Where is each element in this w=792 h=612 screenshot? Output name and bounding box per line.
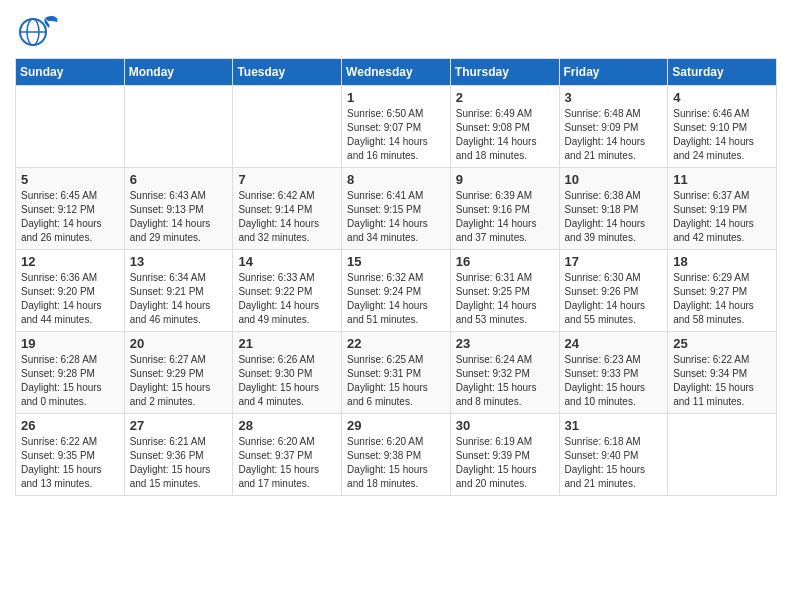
calendar-cell: 22Sunrise: 6:25 AM Sunset: 9:31 PM Dayli… — [342, 332, 451, 414]
calendar-week-row: 12Sunrise: 6:36 AM Sunset: 9:20 PM Dayli… — [16, 250, 777, 332]
calendar-cell: 28Sunrise: 6:20 AM Sunset: 9:37 PM Dayli… — [233, 414, 342, 496]
day-detail: Sunrise: 6:24 AM Sunset: 9:32 PM Dayligh… — [456, 353, 554, 409]
calendar-cell: 16Sunrise: 6:31 AM Sunset: 9:25 PM Dayli… — [450, 250, 559, 332]
day-number: 29 — [347, 418, 445, 433]
day-number: 9 — [456, 172, 554, 187]
calendar-cell — [233, 86, 342, 168]
header-sunday: Sunday — [16, 59, 125, 86]
calendar-cell — [668, 414, 777, 496]
day-number: 30 — [456, 418, 554, 433]
day-detail: Sunrise: 6:26 AM Sunset: 9:30 PM Dayligh… — [238, 353, 336, 409]
calendar-cell: 1Sunrise: 6:50 AM Sunset: 9:07 PM Daylig… — [342, 86, 451, 168]
day-number: 22 — [347, 336, 445, 351]
calendar-cell: 3Sunrise: 6:48 AM Sunset: 9:09 PM Daylig… — [559, 86, 668, 168]
day-number: 18 — [673, 254, 771, 269]
day-detail: Sunrise: 6:42 AM Sunset: 9:14 PM Dayligh… — [238, 189, 336, 245]
day-detail: Sunrise: 6:30 AM Sunset: 9:26 PM Dayligh… — [565, 271, 663, 327]
day-number: 10 — [565, 172, 663, 187]
day-detail: Sunrise: 6:27 AM Sunset: 9:29 PM Dayligh… — [130, 353, 228, 409]
day-detail: Sunrise: 6:46 AM Sunset: 9:10 PM Dayligh… — [673, 107, 771, 163]
day-detail: Sunrise: 6:32 AM Sunset: 9:24 PM Dayligh… — [347, 271, 445, 327]
day-detail: Sunrise: 6:41 AM Sunset: 9:15 PM Dayligh… — [347, 189, 445, 245]
calendar-cell: 23Sunrise: 6:24 AM Sunset: 9:32 PM Dayli… — [450, 332, 559, 414]
day-detail: Sunrise: 6:50 AM Sunset: 9:07 PM Dayligh… — [347, 107, 445, 163]
day-detail: Sunrise: 6:20 AM Sunset: 9:38 PM Dayligh… — [347, 435, 445, 491]
day-detail: Sunrise: 6:38 AM Sunset: 9:18 PM Dayligh… — [565, 189, 663, 245]
day-number: 19 — [21, 336, 119, 351]
calendar-cell: 24Sunrise: 6:23 AM Sunset: 9:33 PM Dayli… — [559, 332, 668, 414]
day-detail: Sunrise: 6:18 AM Sunset: 9:40 PM Dayligh… — [565, 435, 663, 491]
day-detail: Sunrise: 6:29 AM Sunset: 9:27 PM Dayligh… — [673, 271, 771, 327]
logo — [15, 10, 69, 50]
day-detail: Sunrise: 6:22 AM Sunset: 9:35 PM Dayligh… — [21, 435, 119, 491]
calendar-week-row: 26Sunrise: 6:22 AM Sunset: 9:35 PM Dayli… — [16, 414, 777, 496]
calendar-table: SundayMondayTuesdayWednesdayThursdayFrid… — [15, 58, 777, 496]
day-number: 21 — [238, 336, 336, 351]
calendar-week-row: 5Sunrise: 6:45 AM Sunset: 9:12 PM Daylig… — [16, 168, 777, 250]
day-detail: Sunrise: 6:39 AM Sunset: 9:16 PM Dayligh… — [456, 189, 554, 245]
day-number: 26 — [21, 418, 119, 433]
calendar-cell: 5Sunrise: 6:45 AM Sunset: 9:12 PM Daylig… — [16, 168, 125, 250]
day-number: 13 — [130, 254, 228, 269]
page-header — [15, 10, 777, 50]
day-number: 24 — [565, 336, 663, 351]
day-number: 16 — [456, 254, 554, 269]
calendar-cell: 25Sunrise: 6:22 AM Sunset: 9:34 PM Dayli… — [668, 332, 777, 414]
calendar-cell: 14Sunrise: 6:33 AM Sunset: 9:22 PM Dayli… — [233, 250, 342, 332]
day-number: 4 — [673, 90, 771, 105]
day-detail: Sunrise: 6:28 AM Sunset: 9:28 PM Dayligh… — [21, 353, 119, 409]
day-detail: Sunrise: 6:36 AM Sunset: 9:20 PM Dayligh… — [21, 271, 119, 327]
calendar-cell: 30Sunrise: 6:19 AM Sunset: 9:39 PM Dayli… — [450, 414, 559, 496]
calendar-cell: 26Sunrise: 6:22 AM Sunset: 9:35 PM Dayli… — [16, 414, 125, 496]
calendar-cell: 8Sunrise: 6:41 AM Sunset: 9:15 PM Daylig… — [342, 168, 451, 250]
calendar-cell: 9Sunrise: 6:39 AM Sunset: 9:16 PM Daylig… — [450, 168, 559, 250]
calendar-cell: 2Sunrise: 6:49 AM Sunset: 9:08 PM Daylig… — [450, 86, 559, 168]
day-detail: Sunrise: 6:21 AM Sunset: 9:36 PM Dayligh… — [130, 435, 228, 491]
day-number: 1 — [347, 90, 445, 105]
header-tuesday: Tuesday — [233, 59, 342, 86]
calendar-week-row: 1Sunrise: 6:50 AM Sunset: 9:07 PM Daylig… — [16, 86, 777, 168]
day-number: 12 — [21, 254, 119, 269]
calendar-cell: 6Sunrise: 6:43 AM Sunset: 9:13 PM Daylig… — [124, 168, 233, 250]
calendar-cell — [124, 86, 233, 168]
day-detail: Sunrise: 6:23 AM Sunset: 9:33 PM Dayligh… — [565, 353, 663, 409]
day-number: 27 — [130, 418, 228, 433]
day-number: 17 — [565, 254, 663, 269]
header-friday: Friday — [559, 59, 668, 86]
day-number: 11 — [673, 172, 771, 187]
day-number: 23 — [456, 336, 554, 351]
day-number: 28 — [238, 418, 336, 433]
logo-graphic — [15, 10, 65, 50]
calendar-cell: 12Sunrise: 6:36 AM Sunset: 9:20 PM Dayli… — [16, 250, 125, 332]
calendar-cell — [16, 86, 125, 168]
header-monday: Monday — [124, 59, 233, 86]
calendar-cell: 21Sunrise: 6:26 AM Sunset: 9:30 PM Dayli… — [233, 332, 342, 414]
calendar-week-row: 19Sunrise: 6:28 AM Sunset: 9:28 PM Dayli… — [16, 332, 777, 414]
calendar-cell: 31Sunrise: 6:18 AM Sunset: 9:40 PM Dayli… — [559, 414, 668, 496]
day-number: 31 — [565, 418, 663, 433]
calendar-cell: 4Sunrise: 6:46 AM Sunset: 9:10 PM Daylig… — [668, 86, 777, 168]
day-detail: Sunrise: 6:34 AM Sunset: 9:21 PM Dayligh… — [130, 271, 228, 327]
calendar-header-row: SundayMondayTuesdayWednesdayThursdayFrid… — [16, 59, 777, 86]
day-detail: Sunrise: 6:37 AM Sunset: 9:19 PM Dayligh… — [673, 189, 771, 245]
calendar-cell: 17Sunrise: 6:30 AM Sunset: 9:26 PM Dayli… — [559, 250, 668, 332]
day-detail: Sunrise: 6:31 AM Sunset: 9:25 PM Dayligh… — [456, 271, 554, 327]
calendar-cell: 27Sunrise: 6:21 AM Sunset: 9:36 PM Dayli… — [124, 414, 233, 496]
calendar-cell: 20Sunrise: 6:27 AM Sunset: 9:29 PM Dayli… — [124, 332, 233, 414]
header-wednesday: Wednesday — [342, 59, 451, 86]
calendar-cell: 7Sunrise: 6:42 AM Sunset: 9:14 PM Daylig… — [233, 168, 342, 250]
header-thursday: Thursday — [450, 59, 559, 86]
calendar-cell: 11Sunrise: 6:37 AM Sunset: 9:19 PM Dayli… — [668, 168, 777, 250]
calendar-cell: 13Sunrise: 6:34 AM Sunset: 9:21 PM Dayli… — [124, 250, 233, 332]
calendar-cell: 19Sunrise: 6:28 AM Sunset: 9:28 PM Dayli… — [16, 332, 125, 414]
day-detail: Sunrise: 6:43 AM Sunset: 9:13 PM Dayligh… — [130, 189, 228, 245]
calendar-cell: 29Sunrise: 6:20 AM Sunset: 9:38 PM Dayli… — [342, 414, 451, 496]
calendar-cell: 15Sunrise: 6:32 AM Sunset: 9:24 PM Dayli… — [342, 250, 451, 332]
day-detail: Sunrise: 6:33 AM Sunset: 9:22 PM Dayligh… — [238, 271, 336, 327]
day-number: 14 — [238, 254, 336, 269]
day-detail: Sunrise: 6:45 AM Sunset: 9:12 PM Dayligh… — [21, 189, 119, 245]
day-number: 3 — [565, 90, 663, 105]
day-number: 8 — [347, 172, 445, 187]
day-detail: Sunrise: 6:49 AM Sunset: 9:08 PM Dayligh… — [456, 107, 554, 163]
calendar-cell: 18Sunrise: 6:29 AM Sunset: 9:27 PM Dayli… — [668, 250, 777, 332]
